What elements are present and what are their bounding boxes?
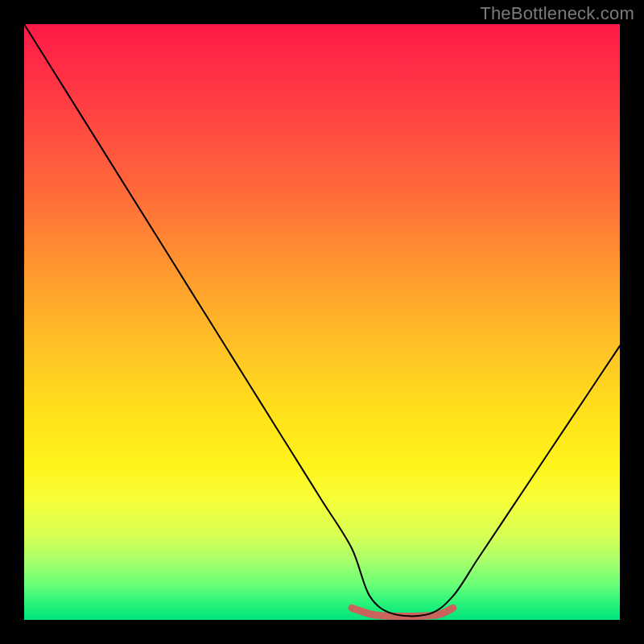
- chart-frame: TheBottleneck.com: [0, 0, 644, 644]
- watermark-text: TheBottleneck.com: [480, 3, 634, 24]
- chart-svg: [24, 24, 620, 620]
- plot-area: [24, 24, 620, 620]
- v-curve-path: [24, 24, 620, 616]
